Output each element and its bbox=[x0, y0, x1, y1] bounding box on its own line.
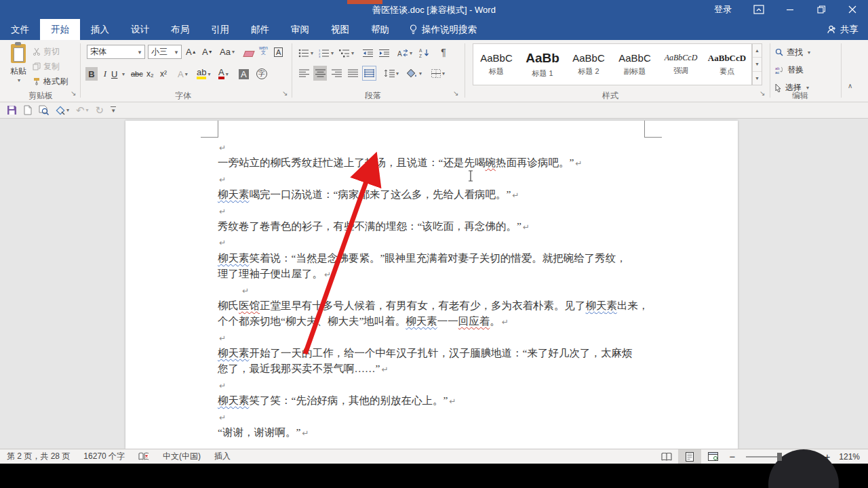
font-dialog-launcher[interactable]: ↘ bbox=[282, 89, 288, 97]
format-painter-button[interactable]: 格式刷 bbox=[33, 75, 68, 87]
document-line[interactable]: 秀纹卷了卷青色的衫子，有些不满的埋怨：“该吃面，再念佛的。”↵ bbox=[218, 218, 652, 234]
styles-scroll-up-icon[interactable]: ▲ bbox=[753, 44, 762, 58]
enclose-characters-button[interactable]: 字 bbox=[256, 67, 267, 81]
font-name-dropdown-icon[interactable]: ▾ bbox=[135, 49, 144, 56]
page-indicator[interactable]: 第 2 页，共 28 页 bbox=[0, 451, 77, 462]
show-hide-marks-button[interactable]: ¶ bbox=[437, 45, 450, 60]
justify-button[interactable] bbox=[346, 66, 359, 81]
document-line[interactable]: 柳氏医馆正堂里早有十多号人候着，有男有女，有老有少，多为衣着朴素。见了柳天素出来… bbox=[218, 298, 652, 313]
increase-indent-button[interactable] bbox=[377, 45, 391, 60]
bullets-button[interactable]: ▾ bbox=[297, 45, 315, 60]
cut-button[interactable]: 剪切 bbox=[33, 45, 60, 58]
copy-button[interactable]: 复制 bbox=[33, 60, 60, 73]
document-line[interactable]: “谢谢，谢谢啊。”↵ bbox=[218, 424, 652, 440]
styles-scroll-down-icon[interactable]: ▼ bbox=[753, 58, 762, 71]
language-indicator[interactable]: 中文(中国) bbox=[156, 451, 208, 462]
document-line[interactable]: 理了理袖子便出屋了。↵ bbox=[218, 266, 652, 281]
drawing-tool-dropdown-icon[interactable]: ▾ bbox=[66, 107, 69, 113]
document-line[interactable]: ↵ bbox=[218, 171, 652, 186]
font-name-combo[interactable]: 宋体 ▾ bbox=[87, 45, 145, 59]
undo-button[interactable]: ↶▾ bbox=[76, 104, 89, 117]
multilevel-list-button[interactable]: ▾ bbox=[338, 45, 355, 60]
document-line[interactable]: ↵ bbox=[218, 203, 652, 218]
style-item[interactable]: AaBbCcD要点 bbox=[704, 44, 750, 85]
style-item[interactable]: AaBbCcD强调 bbox=[658, 44, 704, 85]
highlight-color-button[interactable]: ab▾ bbox=[197, 67, 210, 81]
read-mode-button[interactable] bbox=[655, 449, 678, 464]
grow-font-button[interactable]: A▲ bbox=[186, 45, 197, 58]
strikethrough-button[interactable]: abc bbox=[131, 67, 143, 81]
tab-2[interactable]: 插入 bbox=[80, 19, 120, 40]
text-effects-button[interactable]: A▾ bbox=[178, 67, 188, 81]
insert-mode-indicator[interactable]: 插入 bbox=[208, 451, 237, 462]
proofing-status-icon[interactable] bbox=[132, 452, 156, 461]
zoom-slider-thumb[interactable] bbox=[777, 453, 782, 461]
print-preview-button[interactable] bbox=[39, 105, 49, 115]
drawing-tool-button[interactable]: ▾ bbox=[56, 106, 69, 115]
shrink-font-button[interactable]: A▼ bbox=[202, 45, 213, 58]
underline-button[interactable]: U bbox=[111, 67, 117, 81]
asian-layout-button[interactable]: A▾ bbox=[396, 45, 414, 60]
paste-dropdown-arrow[interactable]: ▾ bbox=[18, 77, 20, 83]
font-size-combo[interactable]: 小三 ▾ bbox=[148, 45, 182, 59]
document-line[interactable]: 个个都亲切地“柳大夫、柳大夫”地叫着。柳天素一一回应着。↵ bbox=[218, 313, 652, 329]
document-line[interactable]: 柳天素笑了笑：“先治好病，其他的别放在心上。”↵ bbox=[218, 392, 652, 408]
align-center-button[interactable] bbox=[313, 66, 327, 81]
align-right-button[interactable] bbox=[330, 66, 343, 81]
tab-8[interactable]: 视图 bbox=[320, 19, 360, 40]
web-layout-button[interactable] bbox=[701, 449, 724, 464]
tab-1[interactable]: 开始 bbox=[40, 19, 80, 40]
character-shading-button[interactable]: A bbox=[239, 67, 249, 81]
superscript-button[interactable]: x² bbox=[160, 67, 167, 81]
ribbon-display-options-icon[interactable] bbox=[743, 0, 774, 19]
character-border-button[interactable]: A bbox=[274, 45, 283, 59]
tab-9[interactable]: 帮助 bbox=[360, 19, 400, 40]
bold-button[interactable]: B bbox=[85, 67, 98, 81]
document-line[interactable]: ↵ bbox=[218, 139, 652, 155]
document-line[interactable]: ↵ bbox=[218, 409, 652, 424]
sort-button[interactable]: AZ bbox=[418, 45, 431, 60]
subscript-button[interactable]: x₂ bbox=[146, 67, 154, 81]
italic-button[interactable]: I bbox=[100, 67, 110, 81]
document-line[interactable]: ↵ bbox=[218, 282, 652, 298]
save-button[interactable] bbox=[7, 105, 17, 115]
tab-6[interactable]: 邮件 bbox=[240, 19, 280, 40]
document-canvas[interactable]: ↵一旁站立的柳氏秀纹赶忙递上了热汤，且说道：“还是先喝碗热面再诊病吧。”↵↵柳天… bbox=[0, 119, 868, 449]
document-line[interactable]: 柳天素笑着说：“当然是念佛要紧。”眼神里充满着对妻子关切的惜爱。就把碗给了秀纹， bbox=[218, 250, 652, 266]
share-button[interactable]: 共享 bbox=[827, 19, 859, 40]
distribute-button[interactable] bbox=[362, 66, 376, 81]
paragraph-dialog-launcher[interactable]: ↘ bbox=[453, 89, 458, 97]
tab-5[interactable]: 引用 bbox=[200, 19, 240, 40]
document-line[interactable]: ↵ bbox=[218, 377, 652, 392]
borders-button[interactable]: ▾ bbox=[430, 66, 446, 81]
zoom-percentage[interactable]: 121% bbox=[835, 452, 868, 462]
tell-me-box[interactable]: 操作说明搜索 bbox=[410, 19, 477, 40]
styles-more-icon[interactable]: ▼ bbox=[753, 72, 762, 85]
document-line[interactable]: 一旁站立的柳氏秀纹赶忙递上了热汤，且说道：“还是先喝碗热面再诊病吧。”↵ bbox=[218, 155, 652, 170]
print-layout-button[interactable] bbox=[678, 449, 701, 464]
document-line[interactable]: ↵ bbox=[218, 329, 652, 345]
clear-formatting-button[interactable] bbox=[244, 47, 254, 60]
tab-file[interactable]: 文件 bbox=[0, 19, 40, 40]
customize-qat-icon[interactable]: ▼ bbox=[111, 106, 116, 114]
style-item[interactable]: AaBbC标题 2 bbox=[566, 44, 612, 85]
font-size-dropdown-icon[interactable]: ▾ bbox=[172, 49, 181, 56]
numbering-button[interactable]: 123▾ bbox=[317, 45, 335, 60]
font-color-button[interactable]: A▾ bbox=[218, 67, 229, 81]
document-text[interactable]: ↵一旁站立的柳氏秀纹赶忙递上了热汤，且说道：“还是先喝碗热面再诊病吧。”↵↵柳天… bbox=[218, 139, 652, 440]
document-line[interactable]: 柳天素开始了一天的工作，给一个中年汉子扎针，汉子腼腆地道：“来了好几次了，太麻烦 bbox=[218, 345, 652, 361]
word-count[interactable]: 16270 个字 bbox=[77, 451, 132, 462]
styles-dialog-launcher[interactable]: ↘ bbox=[760, 89, 765, 97]
paste-button[interactable]: 粘贴 ▾ bbox=[7, 44, 30, 87]
minimize-button[interactable] bbox=[774, 0, 806, 19]
styles-gallery-scrollbar[interactable]: ▲ ▼ ▼ bbox=[752, 43, 762, 85]
line-spacing-button[interactable]: ▾ bbox=[382, 66, 400, 81]
new-document-button[interactable] bbox=[24, 105, 32, 115]
underline-dropdown-icon[interactable]: ▾ bbox=[121, 67, 125, 81]
document-line[interactable]: ↵ bbox=[218, 234, 652, 249]
style-item[interactable]: AaBbC标题 bbox=[473, 44, 519, 85]
document-line[interactable]: 柳天素喝完一口汤说道：“病家都来了这么多，先给人看病吧。”↵ bbox=[218, 186, 652, 202]
find-button[interactable]: 查找▾ bbox=[775, 45, 810, 59]
zoom-out-button[interactable]: − bbox=[724, 449, 741, 464]
align-left-button[interactable] bbox=[297, 66, 311, 81]
